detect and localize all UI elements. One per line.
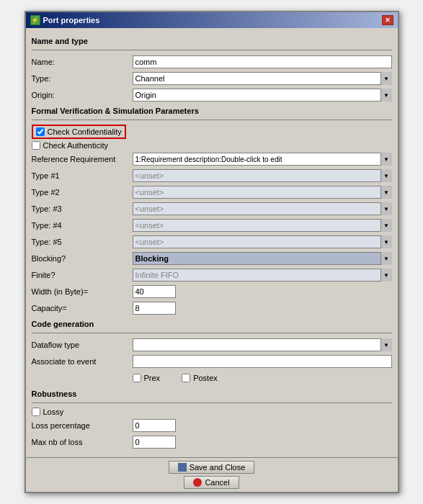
- cancel-icon: [193, 478, 202, 487]
- type2-label: Type #2: [32, 188, 133, 197]
- origin-select[interactable]: Origin: [133, 89, 392, 102]
- prex-postex-group: Prex Postex: [133, 374, 218, 382]
- check-confidentiality-highlighted: Check Confidentiality: [32, 125, 126, 139]
- finite-select-wrapper: Infinite FIFO ▼: [133, 269, 392, 282]
- formal-verification-section-header: Formal Verification & Simulation Paramet…: [32, 107, 392, 115]
- width-input[interactable]: [133, 285, 176, 298]
- type3-label: Type: #3: [32, 204, 133, 213]
- type5-select[interactable]: <unset>: [133, 235, 392, 248]
- reference-requirement-select-wrapper: 1:Requirement description:Double-click t…: [133, 153, 392, 166]
- blocking-row: Blocking? Blocking ▼: [32, 251, 392, 266]
- title-bar: ⚡ Port properties ✕: [26, 12, 398, 28]
- type2-row: Type #2 <unset> ▼: [32, 185, 392, 199]
- reference-requirement-select[interactable]: 1:Requirement description:Double-click t…: [133, 153, 392, 166]
- reference-requirement-row: Reference Requirement 1:Requirement desc…: [32, 152, 392, 166]
- type-select-wrapper: Channel ▼: [133, 72, 392, 85]
- content-area: Name and type Name: Type: Channel ▼ Orig…: [26, 28, 398, 457]
- type-select[interactable]: Channel: [133, 72, 392, 85]
- type4-select-wrapper: <unset> ▼: [133, 219, 392, 232]
- capacity-input[interactable]: [133, 302, 176, 315]
- type1-select-wrapper: <unset> ▼: [133, 169, 392, 182]
- blocking-select[interactable]: Blocking: [133, 252, 392, 265]
- dataflow-type-label: Dataflow type: [32, 341, 133, 349]
- prex-wrapper: Prex: [133, 374, 161, 382]
- postex-wrapper: Postex: [182, 374, 218, 382]
- type3-select-wrapper: <unset> ▼: [133, 202, 392, 215]
- lossy-checkbox[interactable]: [32, 408, 40, 416]
- prex-label: Prex: [144, 374, 161, 382]
- robustness-section-header: Robustness: [32, 390, 392, 398]
- lossy-row: Lossy: [32, 408, 392, 416]
- title-bar-left: ⚡ Port properties: [30, 15, 100, 25]
- name-input[interactable]: [133, 55, 392, 68]
- prex-checkbox[interactable]: [133, 374, 141, 382]
- close-button[interactable]: ✕: [382, 15, 393, 25]
- type2-select[interactable]: <unset>: [133, 186, 392, 199]
- check-authenticity-checkbox[interactable]: [32, 141, 40, 150]
- associate-event-row: Associate to event: [32, 354, 392, 369]
- max-nb-loss-row: Max nb of loss: [32, 435, 392, 449]
- finite-select[interactable]: Infinite FIFO: [133, 269, 392, 282]
- max-nb-loss-input[interactable]: [133, 436, 176, 449]
- loss-percentage-input[interactable]: [133, 419, 176, 432]
- save-icon: [178, 463, 187, 472]
- postex-label: Postex: [193, 374, 218, 382]
- dataflow-type-select[interactable]: [133, 338, 392, 351]
- cancel-button[interactable]: Cancel: [184, 476, 239, 489]
- cancel-label: Cancel: [205, 478, 229, 487]
- check-authenticity-row: Check Authenticity: [32, 141, 392, 150]
- prex-postex-row: Prex Postex: [32, 371, 392, 385]
- type1-row: Type #1 <unset> ▼: [32, 168, 392, 183]
- max-nb-loss-label: Max nb of loss: [32, 438, 133, 446]
- bottom-bar: Save and Close Cancel: [26, 457, 398, 492]
- capacity-row: Capacity=: [32, 301, 392, 315]
- dataflow-type-row: Dataflow type ▼: [32, 338, 392, 352]
- type5-row: Type: #5 <unset> ▼: [32, 235, 392, 249]
- width-label: Width (in Byte)=: [32, 287, 133, 296]
- check-confidentiality-row: Check Confidentiality: [32, 125, 392, 139]
- finite-row: Finite? Infinite FIFO ▼: [32, 268, 392, 282]
- associate-event-label: Associate to event: [32, 357, 133, 366]
- type4-select[interactable]: <unset>: [133, 219, 392, 232]
- port-icon: ⚡: [30, 15, 40, 25]
- associate-event-input[interactable]: [133, 355, 392, 368]
- loss-percentage-label: Loss percentage: [32, 421, 133, 430]
- type-label: Type:: [32, 74, 133, 83]
- divider-3: [32, 333, 392, 333]
- width-row: Width (in Byte)=: [32, 284, 392, 299]
- type1-select[interactable]: <unset>: [133, 169, 392, 182]
- type-row: Type: Channel ▼: [32, 71, 392, 86]
- type3-select[interactable]: <unset>: [133, 202, 392, 215]
- reference-requirement-label: Reference Requirement: [32, 155, 133, 163]
- postex-checkbox[interactable]: [182, 374, 190, 382]
- type1-label: Type #1: [32, 171, 133, 180]
- code-generation-section-header: Code generation: [32, 320, 392, 328]
- type5-select-wrapper: <unset> ▼: [133, 235, 392, 248]
- divider-2: [32, 120, 392, 120]
- blocking-select-wrapper: Blocking ▼: [133, 252, 392, 265]
- loss-percentage-row: Loss percentage: [32, 418, 392, 433]
- type5-label: Type: #5: [32, 238, 133, 246]
- capacity-label: Capacity=: [32, 304, 133, 312]
- save-and-close-button[interactable]: Save and Close: [169, 461, 255, 474]
- name-type-section-header: Name and type: [32, 37, 392, 45]
- dataflow-type-select-wrapper: ▼: [133, 338, 392, 351]
- finite-label: Finite?: [32, 271, 133, 279]
- check-authenticity-label: Check Authenticity: [43, 141, 109, 150]
- lossy-label: Lossy: [43, 408, 64, 416]
- type3-row: Type: #3 <unset> ▼: [32, 202, 392, 216]
- type4-row: Type: #4 <unset> ▼: [32, 218, 392, 233]
- blocking-label: Blocking?: [32, 254, 133, 263]
- origin-label: Origin:: [32, 91, 133, 99]
- divider-4: [32, 402, 392, 403]
- name-label: Name:: [32, 58, 133, 66]
- name-row: Name:: [32, 55, 392, 69]
- save-and-close-label: Save and Close: [190, 463, 246, 472]
- type2-select-wrapper: <unset> ▼: [133, 186, 392, 199]
- divider-1: [32, 50, 392, 50]
- check-confidentiality-label: Check Confidentiality: [48, 127, 122, 136]
- window-title: Port properties: [43, 16, 100, 24]
- type4-label: Type: #4: [32, 221, 133, 230]
- check-confidentiality-checkbox[interactable]: [36, 127, 45, 136]
- origin-select-wrapper: Origin ▼: [133, 89, 392, 102]
